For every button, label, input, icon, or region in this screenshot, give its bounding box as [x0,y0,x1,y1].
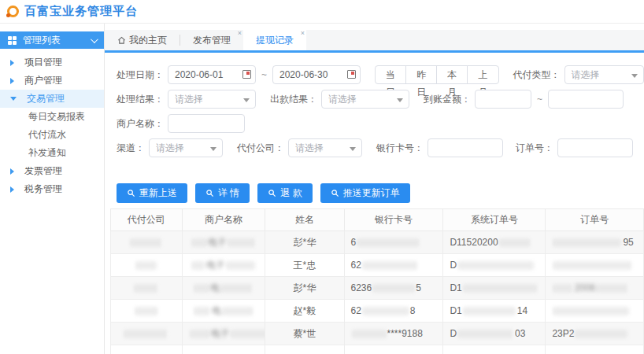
quick-date-group: 当日 昨日 本月 上月 [375,65,499,84]
sidebar-item-tax[interactable]: 税务管理 [0,180,104,198]
tab-publish-management[interactable]: 发布管理 × [180,30,243,50]
cell-text: D1 [450,305,461,316]
redacted-smudge [135,307,157,315]
order-no-input[interactable] [557,138,633,157]
sidebar-item-transaction[interactable]: 交易管理 [0,90,104,108]
table-row[interactable]: 电子彭*华6D1152020095 [111,231,644,254]
cell-merchant [182,345,265,354]
sidebar-item-daily-report[interactable]: 每日交易报表 [0,108,104,126]
payout-result-select[interactable]: 请选择 [321,90,409,109]
cell-text: D1 [450,282,461,293]
redacted-smudge [227,261,255,270]
button-label: 重新上送 [139,186,177,200]
sidebar-item-payment-flow[interactable]: 代付流水 [0,126,104,144]
sidebar-item-project[interactable]: 项目管理 [0,53,104,72]
calendar-icon[interactable] [347,70,356,79]
redacted-smudge [231,330,265,338]
channel-select[interactable]: 请选择 [149,138,223,157]
sidebar-item-merchant[interactable]: 商户管理 [0,72,104,90]
this-month-button[interactable]: 本月 [436,65,468,84]
cell-card: 628 [344,300,443,323]
today-button[interactable]: 当日 [375,65,406,84]
channel-label: 渠道： [117,142,145,155]
caret-down-icon [397,98,403,102]
cell-name [265,345,344,354]
tab-withdrawal-records[interactable]: 提现记录 × [243,30,306,50]
redacted-smudge [458,261,534,270]
cell-name: 赵*毅 [265,300,344,323]
cell-order: 95 [546,231,644,254]
calendar-icon[interactable] [242,70,251,79]
pay-type-select[interactable]: 请选择 [564,65,644,84]
select-value: 请选择 [572,69,600,80]
caret-down-icon [350,147,356,151]
sidebar-item-label: 代付流水 [28,128,66,142]
sidebar-header[interactable]: 管理列表 [0,31,104,49]
sidebar-item-reissue-notice[interactable]: 补发通知 [0,144,104,162]
last-month-button[interactable]: 上月 [467,65,498,84]
close-icon[interactable]: × [301,30,305,37]
redacted-smudge [353,330,386,338]
col-order-no: 订单号 [546,209,644,231]
cell-name: 蔡*世 [265,323,344,345]
table-row[interactable]: 电子王*忠62D [111,254,644,277]
cell-name: 彭*华 [265,231,344,254]
cell-merchant: 电 [182,277,265,300]
cell-order: 23P2 [546,323,644,345]
redacted-smudge [194,284,209,293]
process-result-select[interactable]: 请选择 [168,90,256,109]
bank-card-input[interactable] [427,138,503,157]
push-update-order-button[interactable]: 推送更新订单 [320,183,410,203]
chevron-right-icon [10,168,14,175]
yesterday-button[interactable]: 昨日 [405,65,437,84]
cell-order: 2006 [546,277,644,300]
resend-button[interactable]: 重新上送 [117,183,187,203]
redacted-smudge [597,284,628,293]
table-row[interactable]: 电赵*毅628D114 [111,300,644,323]
cell-text: 2006 [574,282,595,293]
cell-text: 62 [351,260,361,271]
sidebar-item-label: 发票管理 [24,164,62,178]
merchant-name-input[interactable] [168,114,245,133]
redacted-smudge [131,238,162,247]
cell-company [111,345,183,354]
cell-company [111,231,183,254]
cell-sys_order: D114 [443,300,546,323]
grid-icon [8,36,17,45]
sidebar-item-invoice[interactable]: 发票管理 [0,162,104,180]
cell-text: 电子 [211,328,230,339]
cell-text: 彭*华 [294,237,316,248]
redacted-smudge [124,330,168,338]
tilde-separator: ~ [261,69,267,80]
sidebar-item-label: 补发通知 [28,146,66,160]
sidebar-item-label: 税务管理 [24,183,62,196]
cell-card: 62 [344,254,443,277]
amount-to-input[interactable] [548,90,624,109]
sidebar-item-label: 每日交易报表 [28,110,85,124]
redacted-smudge [553,238,621,247]
tab-my-home[interactable]: 我的主页 [105,30,180,50]
process-result-label: 处理结果： [117,93,164,106]
amount-from-input[interactable] [475,90,531,109]
redacted-smudge [553,284,572,293]
records-table: 代付公司 商户名称 姓名 银行卡号 系统订单号 订单号 电子彭*华6D11520… [110,208,644,354]
table-row[interactable]: 电子蔡*世****9188D0323P2 [111,323,644,345]
table-row[interactable]: 电彭*华62365D12006 [111,277,644,300]
table-row[interactable] [111,345,644,354]
sidebar-item-label: 项目管理 [24,56,62,69]
pay-company-select[interactable]: 请选择 [288,138,362,157]
redacted-smudge [576,330,627,338]
tab-bar: 我的主页 发布管理 × 提现记录 × [105,30,644,53]
close-icon[interactable]: × [238,30,242,37]
select-value: 请选择 [175,94,203,105]
cell-text: 6 [351,237,357,248]
details-button[interactable]: 详 情 [195,183,250,203]
filter-row-4: 渠道： 请选择 代付公司： 请选择 银行卡号： 订单号： [117,138,644,157]
amount-label: 到账金额： [424,93,471,106]
select-value: 请选择 [295,142,324,153]
col-name: 姓名 [265,209,344,231]
cell-text: D [450,328,457,339]
refund-button[interactable]: 退 款 [257,183,312,203]
caret-down-icon [243,98,250,102]
tilde-separator: ~ [537,94,542,105]
